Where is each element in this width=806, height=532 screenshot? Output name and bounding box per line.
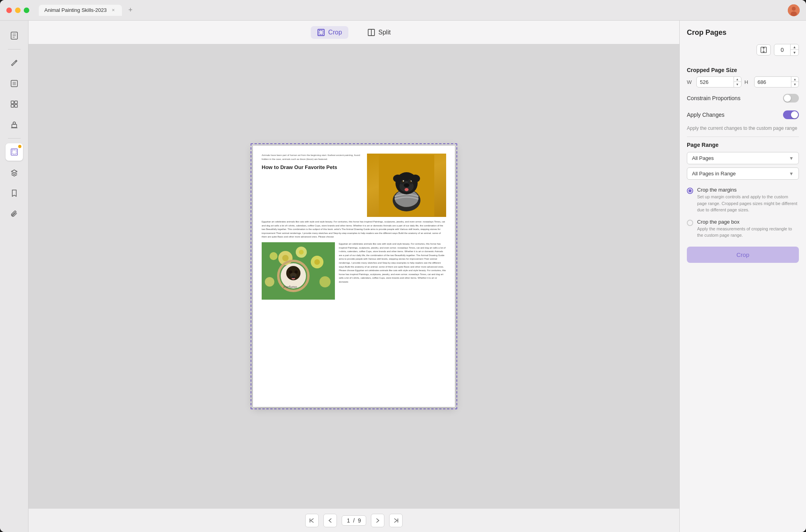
svg-rect-14 [11, 104, 14, 107]
crop-border[interactable]: Animals have been part of human art from… [251, 143, 457, 409]
dropdown1-arrow: ▼ [789, 156, 794, 161]
width-value[interactable]: 526 [697, 77, 734, 87]
first-page-btn[interactable] [305, 514, 319, 527]
sidebar-item-grid[interactable] [6, 95, 23, 113]
constrain-toggle[interactable] [783, 94, 799, 103]
rotation-arrows[interactable]: ▲ ▼ [790, 44, 798, 55]
height-arrows[interactable]: ▲ ▼ [791, 77, 798, 87]
sidebar-divider-2 [8, 138, 21, 139]
flowers-bg: Parfumo [262, 242, 335, 300]
rotation-up-arrow[interactable]: ▲ [791, 44, 798, 50]
rotation-down-arrow[interactable]: ▼ [791, 50, 798, 55]
app-window: Animal Painting Skills-2023 ✕ + [0, 0, 806, 532]
center-panel: Crop Split [29, 21, 679, 532]
current-page[interactable]: 1 [347, 517, 350, 524]
page-area: Animals have been part of human art from… [29, 44, 679, 508]
height-down-arrow[interactable]: ▼ [791, 82, 798, 87]
svg-point-39 [405, 188, 409, 191]
sidebar-item-paperclip[interactable] [6, 205, 23, 222]
page-range-dropdown-2[interactable]: All Pages in Range ▼ [687, 167, 799, 180]
right-panel-title: Crop Pages [687, 28, 799, 37]
svg-point-56 [319, 276, 331, 287]
cropped-page-size-label: Cropped Page Size [687, 67, 799, 73]
divider [687, 137, 799, 137]
maximize-button[interactable] [24, 8, 29, 13]
sidebar [0, 21, 29, 532]
prev-page-btn[interactable] [323, 514, 337, 527]
width-arrows[interactable]: ▲ ▼ [734, 77, 741, 87]
sidebar-item-bookmark[interactable] [6, 184, 23, 202]
svg-rect-15 [15, 104, 17, 107]
sidebar-item-crop[interactable] [6, 143, 23, 161]
radio-margins-desc: Set up margin controls and apply to the … [697, 194, 799, 213]
svg-rect-13 [15, 101, 17, 104]
svg-point-55 [265, 277, 274, 287]
new-tab-button[interactable]: + [125, 5, 136, 16]
apply-toggle[interactable] [783, 110, 799, 119]
dropdown1-value: All Pages [692, 155, 714, 161]
svg-point-42 [282, 255, 289, 261]
user-avatar[interactable] [788, 4, 800, 16]
radio-margins-text: Crop the margins Set up margin controls … [697, 187, 799, 213]
page-range-dropdown-1[interactable]: All Pages ▼ [687, 152, 799, 164]
tab-close-button[interactable]: ✕ [110, 7, 116, 13]
width-input[interactable]: 526 ▲ ▼ [696, 76, 741, 87]
apply-toggle-knob [791, 111, 798, 118]
last-page-btn[interactable] [389, 514, 403, 527]
page-separator: / [353, 517, 355, 524]
close-button[interactable] [6, 8, 12, 13]
svg-point-51 [295, 270, 298, 274]
radio-margins-circle[interactable] [687, 188, 693, 194]
crop-label: Crop [328, 29, 342, 36]
toolbar: Crop Split [29, 21, 679, 44]
width-row: W 526 ▲ ▼ H 686 ▲ ▼ [687, 76, 799, 87]
radio-pagebox-circle[interactable] [687, 220, 693, 226]
radio-pagebox-title: Crop the page box [697, 219, 799, 225]
split-toolbar-btn[interactable]: Split [361, 26, 397, 39]
svg-point-36 [404, 183, 409, 187]
pagination: 1 / 9 [29, 508, 679, 532]
radio-crop-pagebox[interactable]: Crop the page box Apply the measurements… [687, 219, 799, 239]
rotation-value: 0 [774, 45, 790, 55]
sidebar-item-book[interactable] [6, 27, 23, 44]
crop-toolbar-btn[interactable]: Crop [311, 26, 348, 39]
tab-label: Animal Painting Skills-2023 [44, 7, 107, 13]
crop-button[interactable]: Crop [687, 247, 799, 263]
active-tab[interactable]: Animal Painting Skills-2023 ✕ [39, 5, 122, 16]
height-label: H [745, 79, 751, 85]
height-value[interactable]: 686 [755, 77, 791, 87]
sidebar-item-edit[interactable] [6, 54, 23, 72]
radio-pagebox-text: Crop the page box Apply the measurements… [697, 219, 799, 239]
sidebar-item-stamp[interactable] [6, 116, 23, 133]
page-lower-text: Egyptian art celebrates animals like cat… [339, 242, 446, 300]
dropdown2-arrow: ▼ [789, 171, 794, 177]
radio-crop-margins[interactable]: Crop the margins Set up margin controls … [687, 187, 799, 213]
page-content: Animals have been part of human art from… [253, 146, 455, 308]
sidebar-item-list[interactable] [6, 75, 23, 92]
width-down-arrow[interactable]: ▼ [734, 82, 741, 87]
svg-point-2 [791, 11, 797, 16]
apply-desc: Apply the current changes to the custom … [687, 125, 799, 132]
constrain-toggle-knob [784, 95, 791, 102]
svg-point-53 [292, 276, 295, 278]
crop-badge [18, 145, 21, 148]
flowers-image: Parfumo [262, 242, 335, 300]
titlebar: Animal Painting Skills-2023 ✕ + [0, 0, 806, 21]
svg-point-38 [411, 175, 420, 182]
page-lower: Parfumo Egyptian ar [262, 242, 446, 300]
constrain-label: Constrain Proportions [687, 95, 740, 101]
svg-point-34 [403, 180, 404, 181]
rotation-spinner[interactable]: 0 ▲ ▼ [774, 44, 799, 56]
radio-margins-title: Crop the margins [697, 187, 799, 193]
sidebar-item-layers[interactable] [6, 164, 23, 181]
page-wrapper: Animals have been part of human art from… [251, 143, 457, 409]
width-up-arrow[interactable]: ▲ [734, 77, 741, 82]
page-number-display: 1 / 9 [342, 515, 366, 526]
pug-image [367, 154, 446, 217]
next-page-btn[interactable] [371, 514, 384, 527]
height-up-arrow[interactable]: ▲ [791, 77, 798, 82]
traffic-lights [6, 8, 29, 13]
minimize-button[interactable] [15, 8, 21, 13]
document-page: Animals have been part of human art from… [253, 146, 455, 407]
height-input[interactable]: 686 ▲ ▼ [754, 76, 799, 87]
